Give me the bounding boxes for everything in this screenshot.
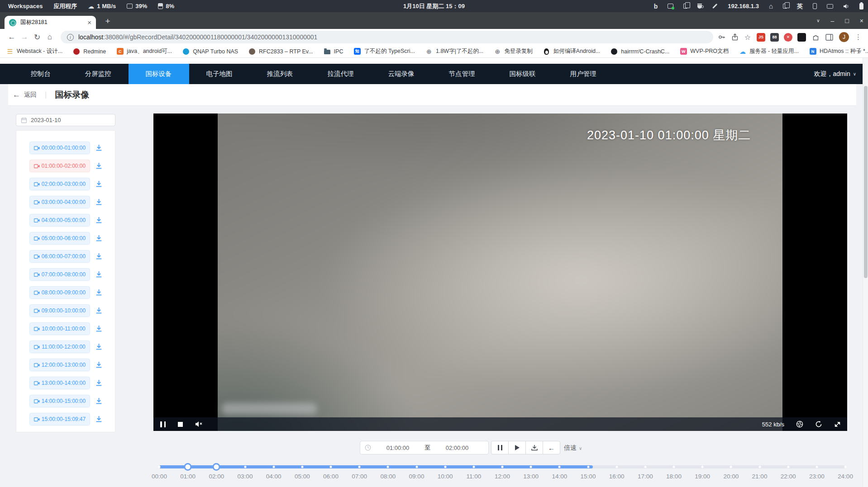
download-button[interactable] <box>525 441 543 454</box>
download-icon[interactable] <box>95 235 102 241</box>
download-icon[interactable] <box>95 343 102 350</box>
bookmark-item[interactable]: ☰Webstack - 设计... <box>6 47 62 55</box>
browser-tab[interactable]: 国标28181 × <box>5 16 96 29</box>
bookmark-item[interactable]: 知了不起的 TypeScri... <box>353 47 415 55</box>
tab-search-icon[interactable]: ∨ <box>816 18 820 23</box>
bookmark-item[interactable]: QNAP Turbo NAS <box>182 48 238 55</box>
scrollbar-thumb[interactable] <box>864 86 868 278</box>
bookmark-item[interactable]: IPC <box>324 48 343 55</box>
address-bar[interactable]: i localhost:38080/#/gbRecordDetail/34020… <box>61 31 713 43</box>
download-icon[interactable] <box>95 361 102 368</box>
download-icon[interactable] <box>95 416 102 422</box>
password-key-icon[interactable] <box>718 33 725 41</box>
app-notification-icon[interactable] <box>668 4 673 9</box>
window-close-button[interactable]: × <box>860 17 863 24</box>
nav-item-8[interactable]: 节点管理 <box>432 64 492 84</box>
back-button[interactable]: 返回 <box>24 91 37 99</box>
bookmark-item[interactable]: ⊕免登录复制 <box>494 47 533 55</box>
download-icon[interactable] <box>95 325 102 332</box>
recording-pill[interactable]: 06:00:00-07:00:00 <box>29 250 90 263</box>
nav-item-7[interactable]: 云端录像 <box>371 64 432 84</box>
input-language-indicator[interactable]: 英 <box>797 2 803 10</box>
nav-item-2[interactable]: 分屏监控 <box>68 64 129 84</box>
coffee-icon[interactable] <box>697 4 702 9</box>
home-icon[interactable]: ⌂ <box>769 2 773 10</box>
recording-pill[interactable]: 01:00:00-02:00:00 <box>29 160 90 172</box>
phone-icon[interactable] <box>813 3 817 9</box>
workspaces-button[interactable]: Workspaces <box>8 3 43 9</box>
clipboard-icon[interactable] <box>683 4 687 9</box>
end-time-input[interactable]: 02:00:00 <box>430 444 484 451</box>
download-icon[interactable] <box>95 253 102 260</box>
player-stop-icon[interactable] <box>178 422 183 427</box>
recording-pill[interactable]: 14:00:00-15:00:00 <box>29 395 90 407</box>
fullscreen-icon[interactable] <box>834 421 841 428</box>
user-menu[interactable]: 欢迎，admin ∨ <box>814 64 856 84</box>
window-maximize-button[interactable]: □ <box>845 17 849 24</box>
recording-pill[interactable]: 15:00:00-15:09:47 <box>29 413 90 426</box>
download-icon[interactable] <box>95 162 102 169</box>
bookmark-item[interactable]: ☁服务器 - 轻量应用... <box>739 47 799 55</box>
applications-button[interactable]: 应用程序 <box>53 2 77 10</box>
player-pause-icon[interactable] <box>160 421 166 427</box>
bookmark-item[interactable]: hairrrrr/C-CrashC... <box>610 48 669 55</box>
display-icon[interactable] <box>827 4 833 9</box>
nav-item-9[interactable]: 国标级联 <box>492 64 553 84</box>
timeline-slider[interactable]: 00:0001:0002:0003:0004:0005:0006:0007:00… <box>159 462 845 483</box>
share-icon[interactable] <box>731 33 739 41</box>
recording-pill[interactable]: 11:00:00-12:00:00 <box>29 340 90 353</box>
date-picker-input[interactable]: 2023-01-10 <box>16 114 115 126</box>
play-button[interactable] <box>508 441 526 454</box>
window-minimize-button[interactable]: – <box>831 17 835 24</box>
bookmark-item[interactable]: Cjava、android可... <box>116 47 172 55</box>
js-extension-icon[interactable]: JS <box>757 33 765 42</box>
puzzle-extension-icon[interactable] <box>812 33 820 41</box>
nav-item-6[interactable]: 拉流代理 <box>310 64 371 84</box>
windows-stack-icon[interactable] <box>783 4 787 9</box>
nav-item-4[interactable]: 电子地图 <box>189 64 250 84</box>
side-panel-icon[interactable] <box>825 34 833 41</box>
pause-button[interactable] <box>491 441 509 454</box>
bookmark-item[interactable]: 如何编译Android... <box>543 47 601 55</box>
page-scrollbar[interactable] <box>863 58 868 487</box>
tab-close-icon[interactable]: × <box>87 19 91 26</box>
recording-pill[interactable]: 02:00:00-03:00:00 <box>29 178 90 190</box>
time-range-picker[interactable]: 01:00:00 至 02:00:00 <box>360 441 489 454</box>
back-arrow-icon[interactable]: ← <box>13 90 20 99</box>
bookmark-item[interactable]: WWVP-PRO文档 <box>680 47 729 55</box>
nav-item-5[interactable]: 推流列表 <box>250 64 310 84</box>
bookmark-item[interactable]: Redmine <box>73 48 106 55</box>
recording-pill[interactable]: 12:00:00-13:00:00 <box>29 359 90 371</box>
nav-item-1[interactable]: 控制台 <box>14 64 68 84</box>
download-icon[interactable] <box>95 217 102 223</box>
recording-pill[interactable]: 00:00:00-01:00:00 <box>29 142 90 154</box>
site-info-icon[interactable]: i <box>67 34 74 41</box>
browser-menu-icon[interactable]: ⋮ <box>855 33 862 41</box>
speed-dropdown[interactable]: 倍速 ∨ <box>564 442 582 454</box>
player-mute-icon[interactable] <box>195 421 203 427</box>
recording-pill[interactable]: 05:00:00-06:00:00 <box>29 232 90 245</box>
snapshot-icon[interactable] <box>796 421 803 428</box>
bookmark-item[interactable]: RFC2833 – RTP Ev... <box>248 48 313 55</box>
bookmark-item[interactable]: ⊕1.8W字|了不起的... <box>425 47 483 55</box>
recording-pill[interactable]: 07:00:00-08:00:00 <box>29 268 90 281</box>
indicator-b-icon[interactable]: b <box>654 3 658 10</box>
browser-reload-button[interactable]: ↻ <box>31 33 43 42</box>
download-icon[interactable] <box>95 289 102 296</box>
download-icon[interactable] <box>95 307 102 314</box>
volume-icon[interactable] <box>843 4 849 9</box>
recording-pill[interactable]: 09:00:00-10:00:00 <box>29 304 90 317</box>
video-player[interactable]: 2023-01-10 01:00:00 星期二 552 kb/s <box>153 113 847 431</box>
download-icon[interactable] <box>95 199 102 205</box>
new-tab-button[interactable]: + <box>101 15 114 28</box>
seek-back-button[interactable]: ← <box>543 441 560 454</box>
refresh-icon[interactable] <box>815 421 822 428</box>
download-icon[interactable] <box>95 180 102 187</box>
recording-pill[interactable]: 10:00:00-11:00:00 <box>29 322 90 335</box>
download-icon[interactable] <box>95 144 102 151</box>
recording-pill[interactable]: 13:00:00-14:00:00 <box>29 377 90 389</box>
tool-icon[interactable] <box>712 5 718 7</box>
download-icon[interactable] <box>95 397 102 404</box>
battery-icon[interactable] <box>859 3 863 9</box>
blocker-extension-icon[interactable]: ✕ <box>784 33 792 42</box>
